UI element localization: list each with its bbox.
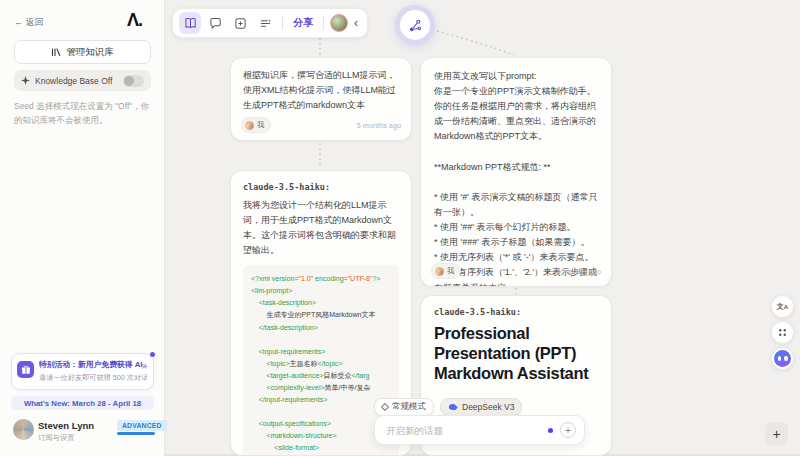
user-subtitle: 订阅与设置 [38,433,74,443]
canvas-toolbar: 分享 ‹ [172,8,368,38]
network-icon [408,18,423,33]
author-label: 我 [257,120,264,130]
manage-knowledge-base-button[interactable]: 管理知识库 [14,40,151,64]
back-button[interactable]: ← 返回 [14,16,44,29]
promo-card[interactable]: 特别活动：新用户免费获得 AI … 邀请一位好友即可获得 500 次对话！ × [11,353,154,390]
avatar[interactable] [13,419,34,440]
app-window: ← 返回 Λ. 管理知识库 Knowledge Base Off Seed 选择… [0,0,800,456]
add-button[interactable]: + [765,422,788,445]
assistant-robot-icon [774,350,791,367]
user-name: Steven Lynn [38,420,94,431]
deepseek-whale-icon [448,403,458,411]
notification-dot [150,352,155,357]
graph-view-button[interactable] [395,5,435,45]
mode-selector[interactable]: 常规模式 [374,398,434,416]
gift-icon [17,361,34,378]
kb-toggle-label: Knowledge Base Off [35,76,112,86]
add-node-button[interactable] [229,12,251,34]
composer-mode-row: 常规模式 DeepSeek V3 [374,398,522,416]
model-name: claude-3.5-haiku: [243,182,399,192]
kb-description: Seed 选择模式现在设置为 "Off"，你的知识库将不会被使用。 [14,99,154,127]
knowledge-base-status: Knowledge Base Off [14,70,151,91]
translate-button[interactable]: 文A [771,295,794,318]
close-icon[interactable]: × [141,362,147,372]
author-pill[interactable]: 我 [431,263,461,279]
whats-new-link[interactable]: What's New: March 28 - April 18 [11,396,154,410]
app-logo: Λ. [127,10,142,31]
message-text: 我将为您设计一个结构化的LLM提示词，用于生成PPT格式的Markdown文本。… [243,198,399,257]
collaborator-avatar[interactable] [330,14,348,32]
book-icon [184,17,197,30]
toolbar-divider [323,16,324,30]
layout-tool-button[interactable] [254,12,276,34]
composer-bar[interactable]: + [374,415,585,445]
response-headline: Professional Presentation (PPT) Markdown… [434,323,598,383]
apps-button[interactable] [771,321,794,344]
author-label: 我 [447,266,454,276]
promo-title: 特别活动：新用户免费获得 AI … [39,359,147,370]
sparkle-icon [21,76,30,85]
message-card-user-1[interactable]: 根据知识库，撰写合适的LLM提示词，使用XML结构化提示词，使得LLM能过生成P… [230,57,412,141]
timestamp: 5 months ago [557,267,601,276]
assistant-button[interactable] [771,347,794,370]
sidebar: ← 返回 Λ. 管理知识库 Knowledge Base Off Seed 选择… [0,0,165,456]
share-button[interactable]: 分享 [289,16,317,30]
mode-label: 常规模式 [392,401,426,413]
advanced-badge-underline [117,432,155,435]
knowledge-base-icon [51,47,61,57]
plus-square-icon [234,17,247,30]
model-selector[interactable]: DeepSeek V3 [440,398,522,416]
message-card-user-2[interactable]: 使用英文改写以下prompt:你是一个专业的PPT演示文稿制作助手。你的任务是根… [420,57,612,287]
avatar [245,121,254,130]
plus-circle-icon[interactable]: + [560,422,576,438]
author-pill[interactable]: 我 [241,117,271,133]
chat-tool-button[interactable] [204,12,226,34]
message-text: 根据知识库，撰写合适的LLM提示词，使用XML结构化提示词，使得LLM能过生成P… [243,68,399,113]
diamond-icon [381,403,389,411]
toolbar-divider [282,16,283,30]
user-profile[interactable]: Steven Lynn 订阅与设置 ADVANCED [13,418,155,444]
library-tool-button[interactable] [179,12,201,34]
model-name: claude-3.5-haiku: [434,307,598,317]
promo-subtitle: 邀请一位好友即可获得 500 次对话！ [39,373,147,383]
new-topic-input[interactable] [386,425,541,436]
knowledge-base-toggle[interactable] [123,75,144,87]
message-text: 使用英文改写以下prompt:你是一个专业的PPT演示文稿制作助手。你的任务是根… [434,69,598,287]
layout-icon [259,17,272,30]
notification-dot [548,428,553,433]
collapse-icon[interactable]: ‹ [351,16,361,30]
model-label: DeepSeek V3 [462,402,514,412]
manage-kb-label: 管理知识库 [66,46,114,59]
chat-icon [209,17,222,30]
translate-icon: 文A [777,303,788,310]
timestamp: 5 months ago [357,121,401,130]
advanced-badge: ADVANCED [117,420,167,431]
avatar [435,267,444,276]
back-label: 返回 [26,17,44,27]
apps-grid-icon [778,328,787,337]
